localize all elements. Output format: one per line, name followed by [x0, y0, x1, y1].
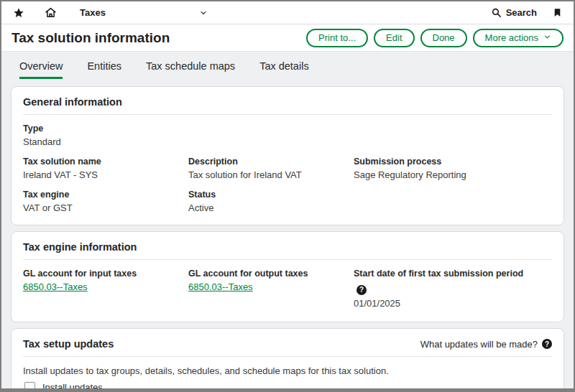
general-information-title: General information [23, 96, 122, 108]
field-status: Status Active [188, 190, 354, 213]
field-gl-input-taxes-label: GL account for input taxes [23, 269, 188, 279]
tax-setup-updates-card: Tax setup updates What updates will be m… [11, 328, 564, 388]
field-type-label: Type [23, 123, 188, 134]
page-header: Tax solution information Print to... Edi… [1, 24, 574, 52]
search-label: Search [506, 7, 537, 18]
edit-button[interactable]: Edit [374, 29, 414, 47]
tax-engine-information-title: Tax engine information [23, 241, 137, 253]
done-button[interactable]: Done [420, 29, 467, 47]
field-status-value: Active [188, 202, 354, 213]
field-description: Description Tax solution for Ireland VAT [188, 157, 354, 180]
tax-engine-information-card: Tax engine information GL account for in… [11, 231, 564, 322]
page-content: Overview Entities Tax schedule maps Tax … [1, 52, 574, 388]
module-dropdown-label: Taxes [80, 7, 106, 18]
divider [23, 114, 552, 115]
tax-setup-updates-description: Install updates to tax groups, details, … [23, 365, 552, 376]
divider [23, 356, 552, 357]
module-dropdown[interactable]: Taxes [80, 7, 208, 18]
tax-engine-information-row: GL account for input taxes 6850.03--Taxe… [23, 269, 552, 312]
help-icon: ? [542, 339, 552, 349]
tab-tax-schedule-maps[interactable]: Tax schedule maps [146, 60, 235, 79]
tax-setup-updates-title: Tax setup updates [23, 338, 114, 350]
field-start-date: Start date of first tax submission perio… [354, 269, 552, 309]
install-updates-checkbox-label: Install updates [42, 382, 103, 388]
field-start-date-value: 01/01/2025 [354, 298, 552, 309]
gl-output-taxes-link[interactable]: 6850.03--Taxes [188, 281, 253, 292]
page-title: Tax solution information [12, 30, 170, 46]
tab-entities[interactable]: Entities [87, 60, 121, 79]
search-button[interactable]: Search [491, 7, 537, 18]
field-submission-process: Submission process Sage Regulatory Repor… [354, 157, 552, 180]
field-submission-process-value: Sage Regulatory Reporting [354, 169, 552, 180]
field-start-date-label: Start date of first tax submission perio… [354, 269, 552, 279]
home-icon[interactable] [45, 6, 57, 19]
help-icon[interactable]: ? [356, 285, 367, 295]
field-tax-solution-name-value: Ireland VAT - SYS [23, 169, 188, 180]
field-gl-output-taxes-label: GL account for output taxes [188, 269, 354, 279]
updates-help-link[interactable]: What updates will be made? ? [420, 339, 552, 350]
favorites-star-icon[interactable] [13, 7, 24, 19]
field-tax-solution-name: Tax solution name Ireland VAT - SYS [23, 157, 188, 180]
done-button-label: Done [433, 32, 455, 43]
more-actions-button-label: More actions [485, 32, 538, 43]
general-information-card: General information Type Standard Tax so… [11, 86, 564, 225]
field-tax-engine-value: VAT or GST [23, 202, 188, 213]
field-tax-engine: Tax engine VAT or GST [23, 190, 188, 213]
divider [23, 259, 552, 260]
tab-tax-details[interactable]: Tax details [259, 60, 309, 79]
field-tax-solution-name-label: Tax solution name [23, 157, 188, 167]
print-to-button[interactable]: Print to... [306, 29, 368, 47]
install-updates-checkbox[interactable] [24, 382, 35, 388]
topbar: Taxes Search [1, 1, 574, 24]
field-type: Type Standard [23, 123, 188, 147]
field-gl-output-taxes: GL account for output taxes 6850.03--Tax… [188, 269, 354, 309]
general-information-row-3: Tax engine VAT or GST Status Active [23, 190, 552, 215]
app-window: Taxes Search Tax solution information Pr… [0, 0, 575, 392]
install-updates-checkbox-row[interactable]: Install updates [24, 382, 552, 388]
field-tax-engine-label: Tax engine [23, 190, 188, 200]
header-actions: Print to... Edit Done More actions [306, 29, 564, 47]
chevron-down-icon [543, 32, 551, 43]
search-icon [491, 7, 502, 18]
tab-overview[interactable]: Overview [19, 60, 63, 79]
gl-input-taxes-link[interactable]: 6850.03--Taxes [23, 281, 88, 292]
field-gl-input-taxes: GL account for input taxes 6850.03--Taxe… [23, 269, 188, 309]
field-status-label: Status [188, 190, 354, 200]
chevron-down-icon [199, 9, 208, 17]
tab-bar: Overview Entities Tax schedule maps Tax … [11, 52, 564, 79]
edit-button-label: Edit [386, 32, 402, 43]
field-description-label: Description [188, 157, 354, 167]
topbar-right: Search [491, 7, 562, 18]
general-information-row-2: Tax solution name Ireland VAT - SYS Desc… [23, 157, 552, 190]
updates-help-link-label: What updates will be made? [420, 339, 538, 350]
field-submission-process-label: Submission process [354, 157, 552, 167]
field-type-value: Standard [23, 136, 188, 147]
field-description-value: Tax solution for Ireland VAT [188, 169, 354, 180]
bookmark-icon[interactable] [553, 7, 562, 18]
general-information-row-1: Type Standard [23, 123, 552, 157]
more-actions-button[interactable]: More actions [473, 29, 564, 47]
print-to-button-label: Print to... [318, 32, 356, 43]
